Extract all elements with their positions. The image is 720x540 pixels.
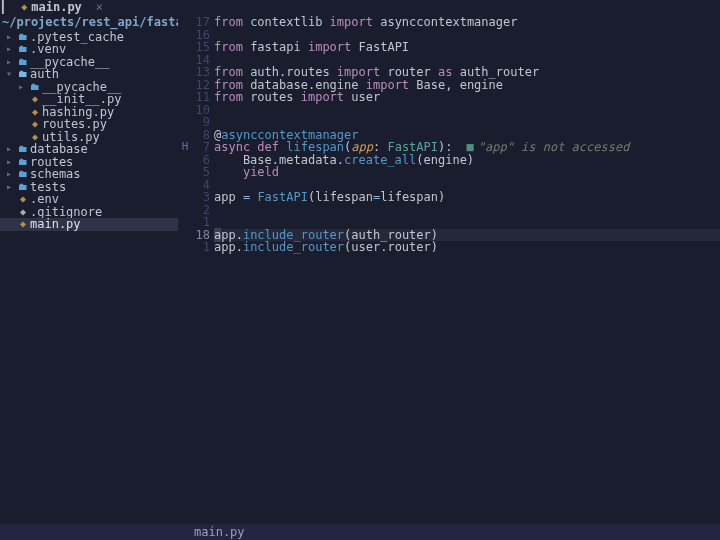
editor-pane[interactable]: 17from contextlib import asynccontextman…	[178, 15, 720, 524]
line-number: 9	[192, 116, 214, 129]
chevron-icon: ▸	[6, 32, 16, 43]
py-icon: ◆	[28, 132, 42, 143]
line-number: 13	[192, 66, 214, 79]
tree-item-label: auth	[30, 68, 59, 81]
line-number: 5	[192, 166, 214, 179]
chevron-icon: ▸	[6, 182, 16, 193]
code-area[interactable]: 17from contextlib import asynccontextman…	[178, 15, 720, 524]
tree-item[interactable]: ◆.env	[0, 193, 178, 206]
code-content[interactable]: Base.metadata.create_all(engine)	[214, 154, 720, 167]
env-icon: ◆	[16, 194, 30, 205]
close-icon[interactable]: ×	[96, 1, 103, 14]
git-icon: ◆	[16, 207, 30, 218]
file-tree: ▸🖿.pytest_cache▸🖿.venv▸🖿__pycache__▾🖿aut…	[0, 31, 178, 231]
code-line[interactable]: 2	[178, 204, 720, 217]
tab-main-py[interactable]: ◆ main.py ×	[15, 0, 109, 15]
code-line[interactable]: 15from fastapi import FastAPI	[178, 41, 720, 54]
code-content[interactable]: from routes import user	[214, 91, 720, 104]
line-number: 17	[192, 16, 214, 29]
tree-item-label: __init__.py	[42, 93, 121, 106]
py-icon: ◆	[16, 219, 30, 230]
chevron-icon: ▸	[18, 82, 28, 93]
tree-item-label: schemas	[30, 168, 81, 181]
tree-item[interactable]: ◆__init__.py	[0, 93, 178, 106]
tree-item[interactable]: ▸🖿database	[0, 143, 178, 156]
tree-item[interactable]: ▸🖿__pycache__	[0, 56, 178, 69]
chevron-icon: ▾	[6, 69, 16, 80]
folder-icon: 🖿	[28, 82, 42, 93]
tree-item[interactable]: ▾🖿auth	[0, 68, 178, 81]
tree-item-label: .venv	[30, 43, 66, 56]
folder-icon: 🖿	[16, 144, 30, 155]
chevron-icon: ▸	[6, 44, 16, 55]
py-icon: ◆	[28, 94, 42, 105]
cursor-indicator: ▎	[2, 1, 9, 14]
line-number: 7	[192, 141, 214, 154]
chevron-icon: ▸	[6, 157, 16, 168]
code-line[interactable]: 3app = FastAPI(lifespan=lifespan)	[178, 191, 720, 204]
tree-item-label: main.py	[30, 218, 81, 231]
line-number: 11	[192, 91, 214, 104]
code-content[interactable]: from contextlib import asynccontextmanag…	[214, 16, 720, 29]
tree-item[interactable]: ▸🖿routes	[0, 156, 178, 169]
status-filename: main.py	[194, 526, 245, 539]
tree-item-label: routes.py	[42, 118, 107, 131]
file-explorer: ~/projects/rest_api/fastapi/ ▸🖿.pytest_c…	[0, 15, 178, 524]
tab-bar: ▎ ◆ main.py ×	[0, 0, 720, 15]
code-line[interactable]: 1app.include_router(user.router)	[178, 241, 720, 254]
tree-item[interactable]: ◆.gitignore	[0, 206, 178, 219]
folder-icon: 🖿	[16, 157, 30, 168]
tree-item[interactable]: ▸🖿.venv	[0, 43, 178, 56]
code-content[interactable]: app.include_router(user.router)	[214, 241, 720, 254]
tree-item[interactable]: ▸🖿.pytest_cache	[0, 31, 178, 44]
sign-column: H	[178, 141, 192, 153]
folder-icon: 🖿	[16, 57, 30, 68]
py-icon: ◆	[28, 119, 42, 130]
line-number: 3	[192, 191, 214, 204]
python-icon: ◆	[21, 2, 27, 12]
code-content[interactable]: app = FastAPI(lifespan=lifespan)	[214, 191, 720, 204]
folder-icon: 🖿	[16, 44, 30, 55]
tree-item[interactable]: ◆main.py	[0, 218, 178, 231]
folder-icon: 🖿	[16, 169, 30, 180]
code-content[interactable]: yield	[214, 166, 720, 179]
status-bar: main.py	[0, 524, 720, 540]
tree-item[interactable]: ▸🖿tests	[0, 181, 178, 194]
chevron-icon: ▸	[6, 169, 16, 180]
diagnostic-hint: "app" is not accessed	[478, 140, 630, 154]
code-line[interactable]: 17from contextlib import asynccontextman…	[178, 16, 720, 29]
tree-item-label: database	[30, 143, 88, 156]
tree-item-label: .env	[30, 193, 59, 206]
code-content[interactable]: from fastapi import FastAPI	[214, 41, 720, 54]
folder-icon: 🖿	[16, 182, 30, 193]
code-line[interactable]: 10	[178, 104, 720, 117]
tree-item[interactable]: ▸🖿schemas	[0, 168, 178, 181]
line-number: 1	[192, 216, 214, 229]
chevron-icon: ▸	[6, 57, 16, 68]
tree-item[interactable]: ◆routes.py	[0, 118, 178, 131]
chevron-icon: ▸	[6, 144, 16, 155]
folder-o-icon: 🖿	[16, 69, 30, 80]
py-icon: ◆	[28, 107, 42, 118]
tab-filename: main.py	[31, 1, 82, 14]
line-number: 15	[192, 41, 214, 54]
tree-item[interactable]: ◆utils.py	[0, 131, 178, 144]
folder-icon: 🖿	[16, 32, 30, 43]
explorer-path: ~/projects/rest_api/fastapi/	[0, 15, 178, 31]
code-line[interactable]: 11from routes import user	[178, 91, 720, 104]
line-number: 1	[192, 241, 214, 254]
code-line[interactable]: 5 yield	[178, 166, 720, 179]
